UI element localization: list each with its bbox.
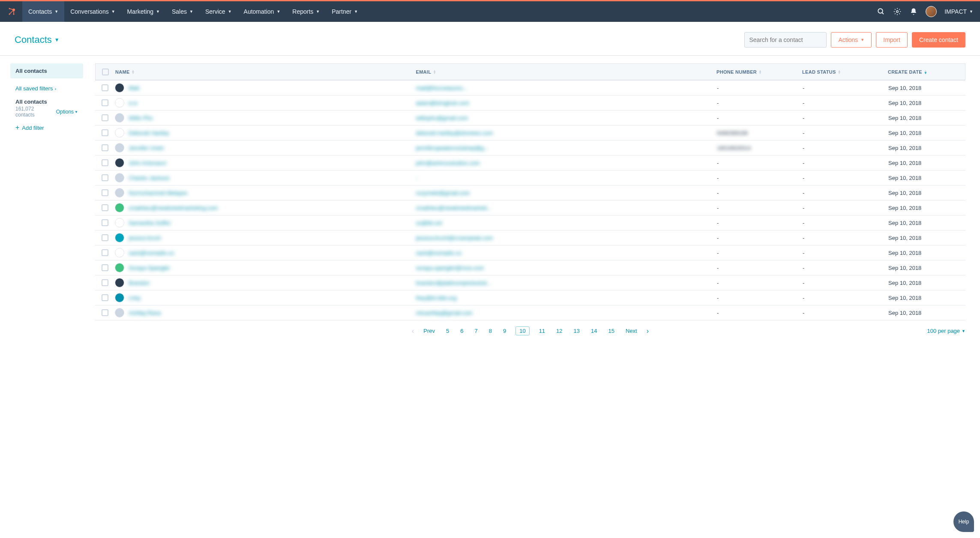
page-title-dropdown[interactable]: Contacts ▼	[15, 34, 60, 45]
contact-name-cell[interactable]: zack@nomadix.co	[115, 248, 416, 257]
row-checkbox[interactable]	[102, 264, 108, 271]
table-row[interactable]: Soraya Spangler soraya.spangler@moo.com …	[95, 260, 965, 275]
pager-page-6[interactable]: 6	[459, 327, 465, 335]
row-checkbox[interactable]	[102, 84, 108, 91]
table-row[interactable]: Lhey lhey@kt.bbb.org - - Sep 10, 2018	[95, 290, 965, 305]
contact-email[interactable]: cmathieu@newbreedmarketi...	[416, 205, 717, 211]
contact-email[interactable]: willisphu@gmail.com	[416, 115, 717, 121]
contact-email[interactable]: lhey@kt.bbb.org	[416, 295, 717, 301]
sidebar-all-contacts-pill[interactable]: All contacts	[10, 63, 83, 78]
contact-email[interactable]: soraya.spangler@moo.com	[416, 265, 717, 271]
contact-email[interactable]: adam@bringhub.com	[416, 100, 717, 106]
row-checkbox[interactable]	[102, 159, 108, 166]
row-checkbox[interactable]	[102, 219, 108, 226]
pager-next-link[interactable]: Next	[624, 327, 639, 335]
contact-name-cell[interactable]: Lhey	[115, 293, 416, 302]
nav-item-marketing[interactable]: Marketing▼	[121, 1, 166, 22]
user-avatar[interactable]	[926, 6, 937, 17]
contact-email[interactable]: nurymele@gmail.com	[416, 190, 717, 196]
row-checkbox[interactable]	[102, 129, 108, 136]
row-checkbox[interactable]	[102, 144, 108, 151]
contact-email[interactable]: john@animusstudios.com	[416, 160, 717, 166]
contact-name-cell[interactable]: Brandon	[115, 278, 416, 287]
column-header-email[interactable]: EMAIL▲▼	[416, 69, 717, 75]
nav-item-automation[interactable]: Automation▼	[238, 1, 287, 22]
search-icon[interactable]	[877, 7, 885, 16]
contact-name-cell[interactable]: Ashfaq Rana	[115, 308, 416, 317]
table-row[interactable]: Nurmuhammet Melayev nurymele@gmail.com -…	[95, 185, 965, 200]
pager-page-15[interactable]: 15	[607, 327, 616, 335]
contact-email[interactable]: zack@nomadix.co	[416, 250, 717, 256]
row-checkbox[interactable]	[102, 114, 108, 121]
row-checkbox[interactable]	[102, 174, 108, 181]
select-all-checkbox[interactable]	[102, 69, 109, 75]
pager-prev-arrow-icon[interactable]: ‹	[412, 327, 414, 335]
table-row[interactable]: Matt matt@fourseasons... - - Sep 10, 201…	[95, 81, 965, 96]
import-button[interactable]: Import	[876, 32, 908, 48]
per-page-selector[interactable]: 100 per page ▼	[927, 328, 965, 334]
pager-page-9[interactable]: 9	[501, 327, 508, 335]
table-row[interactable]: Charles Jackson - - - Sep 10, 2018	[95, 170, 965, 185]
search-input[interactable]	[749, 36, 824, 43]
table-row[interactable]: jessica bruch jessica.bruch@crownpeak.co…	[95, 230, 965, 245]
contact-email[interactable]: matt@fourseasons...	[416, 85, 717, 91]
nav-item-contacts[interactable]: Contacts▼	[22, 1, 64, 22]
pager-page-12[interactable]: 12	[554, 327, 564, 335]
row-checkbox[interactable]	[102, 234, 108, 241]
table-row[interactable]: Deborah Hartley deborah.hartley@dmnews.c…	[95, 126, 965, 140]
contact-email[interactable]: jenniferspeakersclubrep@g...	[416, 145, 717, 151]
account-switcher[interactable]: IMPACT ▼	[944, 8, 973, 15]
pager-next-arrow-icon[interactable]: ›	[647, 327, 649, 335]
create-contact-button[interactable]: Create contact	[912, 32, 965, 48]
actions-button[interactable]: Actions ▼	[831, 32, 872, 48]
contact-name-cell[interactable]: Matt	[115, 83, 416, 93]
row-checkbox[interactable]	[102, 309, 108, 316]
nav-item-reports[interactable]: Reports▼	[286, 1, 326, 22]
table-row[interactable]: Samantha Soffici ss@ibt.onl - - Sep 10, …	[95, 215, 965, 230]
hubspot-logo-icon[interactable]	[7, 6, 17, 17]
table-row[interactable]: Willis Phu willisphu@gmail.com - - Sep 1…	[95, 111, 965, 126]
contact-name-cell[interactable]: a w	[115, 98, 416, 108]
contact-name-cell[interactable]: Nurmuhammet Melayev	[115, 188, 416, 197]
pager-page-7[interactable]: 7	[473, 327, 479, 335]
nav-item-sales[interactable]: Sales▼	[166, 1, 199, 22]
contact-name-cell[interactable]: jessica bruch	[115, 233, 416, 242]
row-checkbox[interactable]	[102, 294, 108, 301]
contact-name-cell[interactable]: Samantha Soffici	[115, 218, 416, 227]
column-header-lead-status[interactable]: LEAD STATUS▲▼	[802, 69, 888, 75]
contact-email[interactable]: deborah.hartley@dmnews.com	[416, 130, 717, 136]
row-checkbox[interactable]	[102, 189, 108, 196]
row-checkbox[interactable]	[102, 279, 108, 286]
contact-email[interactable]: brandon@platinumpestsoluti...	[416, 280, 717, 286]
settings-gear-icon[interactable]	[893, 7, 902, 16]
table-row[interactable]: Ashfaq Rana mtcashfaq@gmail.com - - Sep …	[95, 305, 965, 320]
contact-search-box[interactable]	[744, 32, 827, 48]
column-header-phone[interactable]: PHONE NUMBER▲▼	[716, 69, 802, 75]
nav-item-conversations[interactable]: Conversations▼	[64, 1, 121, 22]
pager-page-10[interactable]: 10	[515, 326, 529, 335]
column-header-name[interactable]: NAME▲▼	[115, 69, 416, 75]
all-saved-filters-link[interactable]: All saved filters ›	[10, 84, 83, 93]
contact-name-cell[interactable]: Jennifer Urwin	[115, 143, 416, 152]
column-header-create-date[interactable]: CREATE DATE▲▼	[888, 69, 965, 75]
row-checkbox[interactable]	[102, 99, 108, 106]
table-row[interactable]: a w adam@bringhub.com - - Sep 10, 2018	[95, 96, 965, 111]
filter-options-link[interactable]: Options ▼	[56, 109, 78, 115]
contact-name-cell[interactable]: Willis Phu	[115, 113, 416, 123]
nav-item-service[interactable]: Service▼	[199, 1, 238, 22]
table-row[interactable]: John Antonacci john@animusstudios.com - …	[95, 155, 965, 170]
table-row[interactable]: zack@nomadix.co zack@nomadix.co - - Sep …	[95, 245, 965, 260]
contact-name-cell[interactable]: Deborah Hartley	[115, 128, 416, 137]
contact-email[interactable]: jessica.bruch@crownpeak.com	[416, 235, 717, 241]
table-row[interactable]: Brandon brandon@platinumpestsoluti... - …	[95, 275, 965, 290]
row-checkbox[interactable]	[102, 249, 108, 256]
contact-name-cell[interactable]: Charles Jackson	[115, 173, 416, 182]
row-checkbox[interactable]	[102, 204, 108, 211]
notifications-bell-icon[interactable]	[909, 7, 918, 16]
pager-page-13[interactable]: 13	[572, 327, 581, 335]
contact-name-cell[interactable]: cmathieu@newbreedmarketing.com	[115, 203, 416, 212]
pager-page-8[interactable]: 8	[487, 327, 494, 335]
pager-page-11[interactable]: 11	[537, 327, 547, 335]
contact-name-cell[interactable]: John Antonacci	[115, 158, 416, 167]
nav-item-partner[interactable]: Partner▼	[326, 1, 364, 22]
